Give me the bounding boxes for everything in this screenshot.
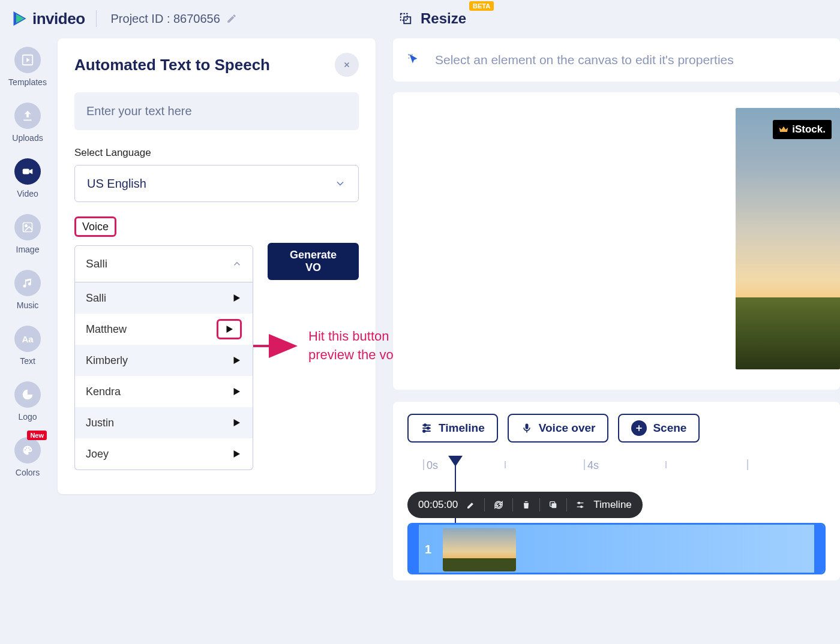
nav-templates[interactable]: Templates — [8, 47, 47, 87]
uploads-icon — [14, 103, 41, 129]
clip-toolbar-wrap: 00:05:00 Timeline 1 — [407, 492, 826, 574]
resize-icon — [399, 12, 412, 25]
nav-uploads[interactable]: Uploads — [12, 103, 43, 143]
nav-video[interactable]: Video — [14, 158, 41, 198]
close-panel-button[interactable] — [335, 53, 359, 77]
svg-point-37 — [581, 506, 583, 508]
timeline-panel: Timeline Voice over Scene 0s 4s 00:05:00 — [393, 402, 840, 580]
play-icon[interactable] — [231, 417, 242, 428]
generate-vo-button[interactable]: Generate VO — [268, 243, 359, 280]
voice-option-joey[interactable]: Joey — [75, 438, 253, 470]
svg-point-12 — [28, 447, 29, 449]
playhead[interactable] — [448, 456, 463, 467]
nav-colors[interactable]: New Colors — [14, 437, 41, 477]
svg-rect-28 — [525, 424, 528, 429]
cursor-icon — [406, 52, 422, 68]
project-id: Project ID : 8670656 — [111, 12, 237, 26]
ruler-4s: 4s — [587, 459, 599, 472]
voice-option-justin[interactable]: Justin — [75, 407, 253, 438]
tts-title: Automated Text to Speech — [74, 56, 270, 74]
canvas-media[interactable]: iStock. — [736, 108, 840, 369]
tts-header: Automated Text to Speech — [74, 53, 359, 77]
close-icon — [343, 61, 351, 69]
svg-marker-5 — [26, 58, 30, 62]
clip-thumbnail — [443, 528, 516, 571]
voice-name: Salli — [86, 292, 106, 305]
clip-time: 00:05:00 — [418, 499, 458, 511]
svg-marker-14 — [234, 294, 241, 302]
tts-panel: Automated Text to Speech Select Language… — [58, 38, 376, 494]
svg-point-13 — [29, 449, 31, 450]
voice-dropdown-list: Salli Matthew Kimberly Kendra — [74, 282, 253, 470]
svg-point-10 — [25, 449, 26, 450]
svg-point-9 — [25, 225, 27, 227]
svg-rect-3 — [404, 17, 410, 23]
colors-icon — [14, 437, 41, 464]
timeline-clip[interactable]: 1 — [407, 523, 826, 574]
play-icon[interactable] — [231, 293, 242, 303]
mic-icon — [521, 422, 533, 434]
crown-icon — [779, 125, 788, 134]
play-button-highlight[interactable] — [217, 319, 242, 339]
voice-select[interactable]: Salli Salli Matthew Kimberly — [74, 245, 253, 470]
canvas[interactable]: iStock. — [393, 92, 840, 390]
nav-music-label: Music — [17, 300, 39, 310]
voice-option-salli[interactable]: Salli — [75, 282, 253, 314]
chevron-up-icon — [232, 258, 242, 269]
edit-project-icon[interactable] — [226, 13, 237, 24]
voice-option-matthew[interactable]: Matthew — [75, 314, 253, 345]
text-icon: Aa — [14, 326, 41, 352]
tab-scene-label: Scene — [653, 422, 686, 435]
tts-text-input[interactable] — [74, 92, 359, 130]
timeline-tabs: Timeline Voice over Scene — [407, 414, 826, 443]
nav-text[interactable]: Aa Text — [14, 326, 41, 366]
nav-video-label: Video — [17, 189, 38, 198]
nav-logo[interactable]: Logo — [14, 381, 41, 422]
voice-name: Justin — [86, 417, 114, 429]
clip-toolbar-label: Timeline — [593, 499, 632, 511]
play-icon[interactable] — [231, 386, 242, 397]
music-icon — [14, 270, 41, 296]
clip-toolbar: 00:05:00 Timeline — [407, 492, 643, 518]
istock-watermark: iStock. — [773, 120, 832, 139]
svg-point-36 — [578, 502, 580, 504]
svg-marker-16 — [234, 357, 241, 364]
play-icon[interactable] — [231, 449, 242, 459]
nav-templates-label: Templates — [8, 77, 47, 87]
delete-clip-icon[interactable] — [521, 500, 531, 510]
voice-name: Joey — [86, 448, 109, 461]
nav-music[interactable]: Music — [14, 270, 41, 310]
svg-point-27 — [423, 430, 425, 432]
nav-image-label: Image — [16, 245, 40, 254]
play-icon[interactable] — [231, 355, 242, 366]
tab-timeline[interactable]: Timeline — [407, 414, 498, 443]
svg-marker-17 — [234, 388, 241, 395]
svg-point-11 — [26, 447, 27, 449]
voice-selected[interactable]: Salli — [74, 245, 253, 282]
voice-label: Voice — [82, 221, 109, 233]
project-id-text: Project ID : 8670656 — [111, 12, 220, 26]
language-select[interactable]: US English — [74, 165, 359, 202]
tab-voiceover[interactable]: Voice over — [508, 414, 609, 443]
resize-control[interactable]: Resize — [399, 0, 466, 37]
image-icon — [14, 214, 41, 240]
canvas-hint-bar: Select an element on the canvas to edit … — [393, 38, 840, 82]
duplicate-clip-icon[interactable] — [548, 500, 558, 510]
sliders-icon[interactable] — [575, 500, 585, 510]
nav-colors-label: Colors — [16, 468, 40, 477]
edit-clip-icon[interactable] — [466, 500, 476, 510]
brand-logo[interactable]: invideo — [11, 10, 85, 28]
voice-option-kimberly[interactable]: Kimberly — [75, 345, 253, 376]
svg-marker-7 — [29, 168, 33, 174]
language-value: US English — [87, 177, 146, 191]
clip-index: 1 — [425, 543, 431, 556]
voice-name: Kendra — [86, 386, 121, 398]
svg-marker-18 — [234, 419, 241, 426]
tab-scene[interactable]: Scene — [618, 414, 700, 443]
voice-option-kendra[interactable]: Kendra — [75, 376, 253, 407]
time-ruler[interactable]: 0s 4s — [407, 459, 826, 483]
voice-name: Kimberly — [86, 354, 128, 367]
tab-timeline-label: Timeline — [439, 422, 485, 435]
nav-image[interactable]: Image — [14, 214, 41, 254]
replace-clip-icon[interactable] — [493, 499, 504, 510]
